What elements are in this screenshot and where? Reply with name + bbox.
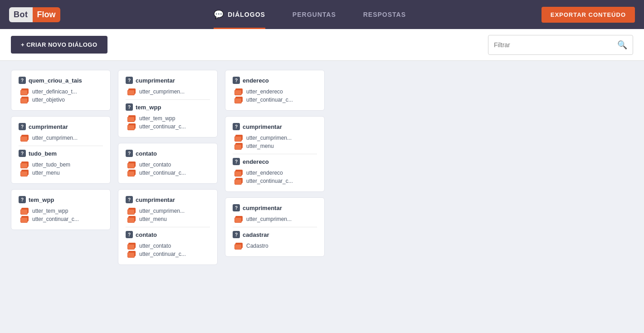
intent-name: cumprimentar xyxy=(243,123,282,130)
action-icon xyxy=(20,216,29,222)
action-row: utter_tudo_bem xyxy=(20,161,103,169)
intent-row: ? contato xyxy=(126,150,210,157)
logo-flow: Flow xyxy=(33,7,60,22)
action-icon xyxy=(234,216,244,222)
intent-row: ? cumprimentar xyxy=(126,77,210,84)
intent-row: ? tudo_bem xyxy=(19,150,103,157)
filter-box: 🔍 xyxy=(488,35,633,55)
intent-row: ? cumprimentar xyxy=(233,204,317,211)
create-dialog-button[interactable]: + CRIAR NOVO DIÁLOGO xyxy=(11,36,107,54)
action-icon xyxy=(127,170,137,176)
nav-tabs: 💬 DIÁLOGOS PERGUNTAS RESPOSTAS xyxy=(78,0,542,29)
intent-name: contato xyxy=(136,150,157,157)
intent-name: cumprimentar xyxy=(29,123,68,130)
column-1: ? quem_criou_a_tais utter_definicao_t...… xyxy=(11,70,111,230)
card-cumprimentar-contato[interactable]: ? cumprimentar utter_cumprimen... utter_… xyxy=(118,189,218,265)
action-icon xyxy=(127,115,137,122)
action-name: utter_continuar_c... xyxy=(246,178,293,184)
action-icon xyxy=(20,97,29,103)
action-icon xyxy=(20,170,29,176)
card-tem-wpp[interactable]: ? tem_wpp utter_tem_wpp utter_continuar_… xyxy=(11,189,111,230)
intent-row: ? contato xyxy=(126,231,210,238)
export-button[interactable]: EXPORTAR CONTEÚDO xyxy=(542,7,635,23)
action-icon xyxy=(127,162,137,168)
tab-dialogos[interactable]: 💬 DIÁLOGOS xyxy=(214,0,265,29)
divider xyxy=(126,227,210,227)
intent-badge: ? xyxy=(233,158,240,165)
tab-respostas[interactable]: RESPOSTAS xyxy=(363,0,406,29)
intent-row: ? cadastrar xyxy=(233,231,317,238)
action-icon xyxy=(127,251,137,257)
intent-badge: ? xyxy=(233,231,240,238)
intent-name: cumprimentar xyxy=(136,196,175,203)
intent-name: cadastrar xyxy=(243,231,269,238)
action-name: utter_endereco xyxy=(246,88,283,95)
action-name: utter_cumprimen... xyxy=(139,88,185,95)
card-quem-criou[interactable]: ? quem_criou_a_tais utter_definicao_t...… xyxy=(11,70,111,111)
action-icon xyxy=(234,97,244,103)
action-name: utter_continuar_c... xyxy=(246,97,293,103)
action-name: utter_tudo_bem xyxy=(32,162,70,168)
filter-input[interactable] xyxy=(494,41,617,49)
intent-name: tem_wpp xyxy=(136,104,161,111)
intent-badge: ? xyxy=(19,196,26,203)
card-contato1[interactable]: ? contato utter_contato utter_continuar_… xyxy=(118,143,218,184)
action-icon xyxy=(20,88,29,95)
card-cumprimentar-endereco[interactable]: ? cumprimentar utter_cumprimen... utter_… xyxy=(225,116,325,192)
action-name: utter_endereco xyxy=(246,170,283,176)
action-name: utter_cumprimen... xyxy=(246,135,292,141)
card-cumprimentar-temwpp[interactable]: ? cumprimentar utter_cumprimen... ? tem_… xyxy=(118,70,218,137)
action-row: utter_endereco xyxy=(234,169,317,177)
tab-perguntas[interactable]: PERGUNTAS xyxy=(293,0,336,29)
action-row: utter_cumprimen... xyxy=(234,215,317,223)
action-name: utter_menu xyxy=(246,143,274,149)
divider xyxy=(233,154,317,154)
action-icon xyxy=(234,135,244,141)
divider xyxy=(126,99,210,100)
intent-name: quem_criou_a_tais xyxy=(29,77,82,84)
action-icon xyxy=(234,143,244,149)
action-name: utter_contato xyxy=(139,243,171,249)
action-name: utter_tem_wpp xyxy=(139,115,175,122)
card-cumprimentar-cadastrar[interactable]: ? cumprimentar utter_cumprimen... ? cada… xyxy=(225,197,325,257)
action-row: utter_continuar_c... xyxy=(234,177,317,185)
action-icon xyxy=(20,135,29,141)
action-row: utter_continuar_c... xyxy=(234,96,317,104)
intent-badge: ? xyxy=(126,231,133,238)
intent-name: endereco xyxy=(243,158,269,165)
action-name: utter_continuar_c... xyxy=(139,123,186,130)
logo: Bot Flow xyxy=(9,7,60,22)
intent-badge: ? xyxy=(19,150,26,157)
intent-name: tem_wpp xyxy=(29,196,54,203)
divider xyxy=(233,227,317,227)
intent-badge: ? xyxy=(233,77,240,84)
intent-row: ? endereco xyxy=(233,77,317,84)
intent-row: ? tem_wpp xyxy=(19,196,103,203)
action-name: utter_menu xyxy=(139,216,167,222)
action-row: utter_cumprimen... xyxy=(20,134,103,142)
action-icon xyxy=(234,243,244,249)
action-row: utter_definicao_t... xyxy=(20,88,103,96)
action-icon xyxy=(234,170,244,176)
card-cumprimentar-tudo[interactable]: ? cumprimentar utter_cumprimen... ? tudo… xyxy=(11,116,111,184)
action-icon xyxy=(234,178,244,184)
action-name: utter_contato xyxy=(139,162,171,168)
toolbar: + CRIAR NOVO DIÁLOGO 🔍 xyxy=(0,29,644,61)
action-name: utter_menu xyxy=(32,170,60,176)
intent-badge: ? xyxy=(19,123,26,130)
action-row: utter_cumprimen... xyxy=(234,134,317,142)
action-name: Cadastro xyxy=(246,243,268,249)
action-row: utter_continuar_c... xyxy=(20,215,103,223)
action-name: utter_objetivo xyxy=(32,97,65,103)
action-icon xyxy=(20,162,29,168)
column-3: ? endereco utter_endereco utter_continua… xyxy=(225,70,325,257)
card-endereco1[interactable]: ? endereco utter_endereco utter_continua… xyxy=(225,70,325,111)
action-row: utter_continuar_c... xyxy=(127,169,210,177)
intent-badge: ? xyxy=(126,77,133,84)
action-row: utter_menu xyxy=(234,142,317,150)
intent-row: ? cumprimentar xyxy=(19,123,103,130)
divider xyxy=(19,146,103,146)
action-icon xyxy=(127,208,137,214)
tab-perguntas-label: PERGUNTAS xyxy=(293,11,336,18)
action-row: utter_cumprimen... xyxy=(127,88,210,96)
